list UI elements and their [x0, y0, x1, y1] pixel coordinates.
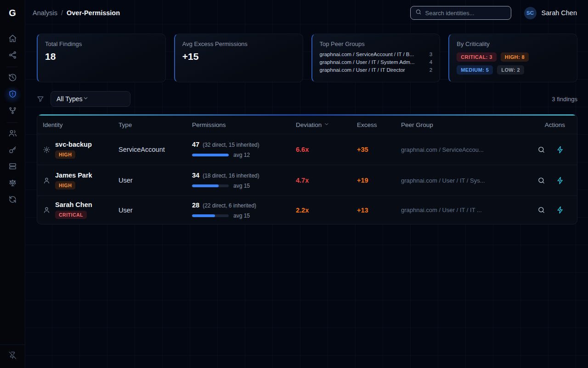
permissions-avg: avg 15 [233, 213, 250, 219]
peer-group-value: graphnai.com / User / IT / IT ... [401, 207, 533, 213]
sidebar-item-sync[interactable] [0, 192, 25, 208]
excess-value: +19 [357, 177, 401, 184]
avatar: SC [524, 7, 537, 19]
severity-badge: HIGH [55, 181, 75, 190]
remediate-zap-button[interactable] [556, 146, 564, 154]
home-icon [8, 34, 17, 45]
sidebar-item-graph[interactable] [0, 47, 25, 64]
permissions-avg: avg 15 [233, 183, 250, 189]
history-icon [8, 73, 17, 84]
stat-label: Top Peer Groups [320, 40, 433, 47]
stat-label: Total Findings [45, 40, 158, 47]
severity-badge: HIGH [55, 150, 75, 159]
deviation-value: 4.7x [296, 177, 357, 184]
identity-type: User [119, 207, 192, 214]
table-header: Identity Type Permissions Deviation Exce… [37, 115, 577, 134]
stat-label: By Criticality [457, 40, 570, 47]
col-header-excess: Excess [357, 121, 401, 128]
col-header-deviation[interactable]: Deviation [296, 121, 329, 128]
permissions-detail: (18 direct, 16 inherited) [203, 172, 259, 179]
breadcrumb: Analysis / Over-Permission [33, 9, 120, 17]
user-icon [43, 206, 51, 214]
peer-group-row: graphnai.com / User / IT / IT Director 2 [320, 67, 433, 73]
type-filter-value: All Types [57, 95, 83, 103]
user-name: Sarah Chen [542, 9, 577, 17]
col-header-type: Type [119, 121, 192, 128]
git-fork-icon [8, 106, 17, 117]
main-content: Total Findings 18 Avg Excess Permissions… [25, 26, 588, 224]
filter-funnel-icon [37, 95, 44, 103]
criticality-badge-critical: CRITICAL: 3 [457, 52, 497, 62]
permissions-avg: avg 12 [233, 152, 250, 158]
permissions-detail: (32 direct, 15 inherited) [203, 142, 259, 148]
permissions-bar [192, 214, 229, 217]
criticality-badge-low: LOW: 2 [497, 65, 524, 75]
permissions-total: 47 [192, 141, 199, 148]
criticality-badges: CRITICAL: 3 HIGH: 8 MEDIUM: 5 LOW: 2 [457, 52, 562, 75]
page-title: Over-Permission [67, 9, 120, 17]
type-filter-select[interactable]: All Types [51, 91, 130, 107]
stats-row: Total Findings 18 Avg Excess Permissions… [37, 34, 577, 82]
deviation-value: 6.6x [296, 146, 357, 153]
shield-alert-icon [8, 90, 17, 100]
remediate-zap-button[interactable] [556, 206, 564, 214]
identity-name: Sarah Chen [55, 201, 92, 208]
criticality-badge-high: HIGH: 8 [501, 52, 529, 62]
breadcrumb-section[interactable]: Analysis [33, 9, 57, 17]
user-menu[interactable]: SC Sarah Chen [524, 7, 577, 19]
sidebar-divider [7, 67, 18, 67]
inspect-button[interactable] [537, 177, 545, 184]
stat-label: Avg Excess Permissions [182, 40, 295, 47]
table-row[interactable]: Sarah Chen CRITICAL User 28 (22 direct, … [37, 196, 577, 224]
pin-off-icon [9, 351, 17, 361]
search-input[interactable] [425, 10, 506, 17]
search-box[interactable] [410, 6, 511, 20]
sidebar-item-over-permission[interactable] [0, 86, 25, 103]
sidebar-item-branches[interactable] [0, 103, 25, 120]
inspect-button[interactable] [537, 206, 545, 214]
identity-type: User [119, 177, 192, 184]
sidebar-item-history[interactable] [0, 70, 25, 86]
filter-bar: All Types 3 findings [37, 91, 577, 107]
inspect-button[interactable] [537, 146, 545, 154]
stat-value: +15 [182, 51, 295, 62]
server-icon [8, 162, 17, 172]
search-icon [415, 9, 422, 17]
sidebar-item-keys[interactable] [0, 142, 25, 159]
permissions-bar-fill [192, 184, 219, 187]
stat-card-by-criticality: By Criticality CRITICAL: 3 HIGH: 8 MEDIU… [448, 34, 577, 82]
topbar: Analysis / Over-Permission SC Sarah Chen [25, 0, 588, 26]
sidebar-item-resources[interactable] [0, 159, 25, 175]
identity-name: svc-backup [55, 141, 92, 148]
col-header-identity: Identity [43, 121, 119, 128]
sidebar-divider [7, 122, 18, 123]
excess-value: +35 [357, 146, 401, 153]
table-row[interactable]: James Park HIGH User 34 (18 direct, 16 i… [37, 165, 577, 196]
permissions-bar [192, 184, 229, 187]
peer-group-name: graphnai.com / User / IT / IT Director [320, 67, 405, 73]
sidebar-item-home[interactable] [0, 31, 25, 47]
permissions-bar-fill [192, 214, 215, 217]
breadcrumb-separator: / [61, 9, 63, 17]
peer-group-row: graphnai.com / ServiceAccount / IT / B..… [320, 52, 433, 57]
app-logo[interactable]: G [0, 0, 25, 26]
permissions-total: 34 [192, 172, 199, 179]
deviation-value: 2.2x [296, 207, 357, 214]
table-row[interactable]: svc-backup HIGH ServiceAccount 47 (32 di… [37, 134, 577, 165]
permissions-total: 28 [192, 201, 199, 209]
network-graph-icon [8, 51, 17, 61]
sidebar-item-users[interactable] [0, 126, 25, 142]
stat-card-total-findings: Total Findings 18 [37, 34, 166, 82]
sidebar-pin-toggle[interactable] [0, 345, 25, 368]
app-root: G [0, 0, 588, 368]
findings-table: Identity Type Permissions Deviation Exce… [37, 114, 577, 224]
scale-icon [8, 178, 17, 189]
col-header-actions: Actions [533, 121, 571, 128]
gear-icon [43, 146, 51, 154]
user-icon [43, 177, 51, 184]
peer-group-name: graphnai.com / ServiceAccount / IT / B..… [320, 52, 414, 57]
users-icon [8, 129, 17, 139]
excess-value: +13 [357, 207, 401, 214]
sidebar-item-compliance[interactable] [0, 175, 25, 192]
remediate-zap-button[interactable] [556, 177, 564, 184]
